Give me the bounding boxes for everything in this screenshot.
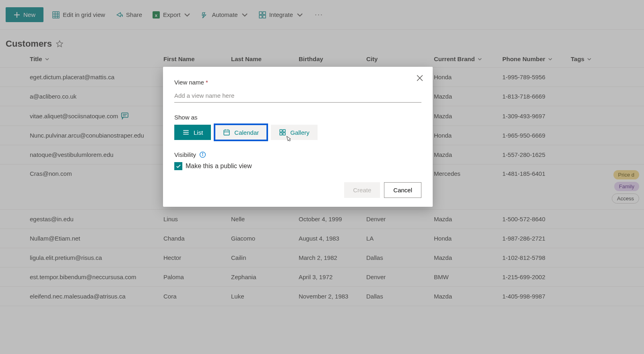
show-as-options: List Calendar Gallery xyxy=(174,125,421,140)
svg-point-27 xyxy=(202,153,203,153)
list-icon xyxy=(182,129,190,136)
visibility-label: Visibility xyxy=(174,151,196,158)
check-icon xyxy=(176,164,181,169)
create-view-dialog: View name * Show as List Calendar Galler… xyxy=(163,67,433,207)
create-button[interactable]: Create xyxy=(344,182,380,198)
svg-rect-17 xyxy=(224,130,230,135)
calendar-icon xyxy=(223,129,230,136)
option-calendar-label: Calendar xyxy=(234,129,259,136)
show-as-label: Show as xyxy=(174,114,421,121)
close-button[interactable] xyxy=(414,72,425,84)
svg-rect-22 xyxy=(283,130,285,132)
cancel-button[interactable]: Cancel xyxy=(384,182,421,198)
public-label: Make this a public view xyxy=(186,163,252,170)
option-gallery-label: Gallery xyxy=(290,129,310,136)
option-list-label: List xyxy=(194,129,203,136)
public-checkbox[interactable] xyxy=(174,162,182,170)
info-icon[interactable] xyxy=(199,151,206,158)
svg-rect-23 xyxy=(280,133,282,135)
option-gallery[interactable]: Gallery xyxy=(271,125,318,140)
option-list[interactable]: List xyxy=(174,125,211,140)
page-root: New Edit in grid view Share x Export Aut… xyxy=(0,0,644,354)
gallery-icon xyxy=(279,129,286,136)
option-calendar[interactable]: Calendar xyxy=(215,125,267,140)
view-name-input[interactable] xyxy=(174,90,421,103)
close-icon xyxy=(417,75,423,81)
svg-rect-21 xyxy=(280,130,282,132)
view-name-label: View name * xyxy=(174,79,421,86)
svg-rect-24 xyxy=(283,133,285,135)
